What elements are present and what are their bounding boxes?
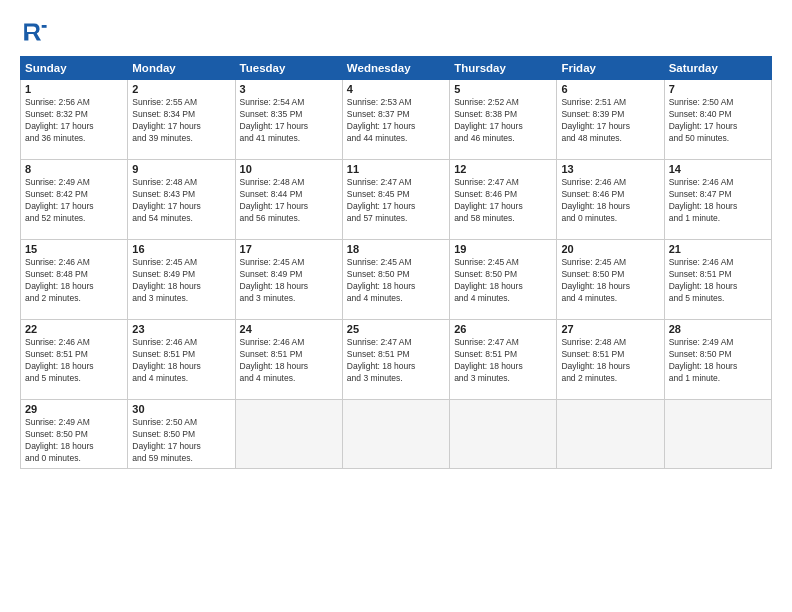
day-number: 21 bbox=[669, 243, 767, 255]
cell-line: and 58 minutes. bbox=[454, 213, 552, 225]
cell-line: Daylight: 17 hours bbox=[132, 441, 230, 453]
cell-line: Daylight: 17 hours bbox=[347, 201, 445, 213]
cell-line: Sunrise: 2:47 AM bbox=[347, 337, 445, 349]
cell-text: Sunrise: 2:46 AMSunset: 8:46 PMDaylight:… bbox=[561, 177, 659, 225]
cell-text: Sunrise: 2:55 AMSunset: 8:34 PMDaylight:… bbox=[132, 97, 230, 145]
calendar-week-4: 22Sunrise: 2:46 AMSunset: 8:51 PMDayligh… bbox=[21, 320, 772, 400]
calendar-cell: 28Sunrise: 2:49 AMSunset: 8:50 PMDayligh… bbox=[664, 320, 771, 400]
calendar-cell: 2Sunrise: 2:55 AMSunset: 8:34 PMDaylight… bbox=[128, 80, 235, 160]
calendar-cell: 21Sunrise: 2:46 AMSunset: 8:51 PMDayligh… bbox=[664, 240, 771, 320]
calendar-cell: 5Sunrise: 2:52 AMSunset: 8:38 PMDaylight… bbox=[450, 80, 557, 160]
day-number: 23 bbox=[132, 323, 230, 335]
cell-text: Sunrise: 2:47 AMSunset: 8:45 PMDaylight:… bbox=[347, 177, 445, 225]
calendar-cell bbox=[342, 400, 449, 469]
day-number: 19 bbox=[454, 243, 552, 255]
day-number: 28 bbox=[669, 323, 767, 335]
calendar-cell: 15Sunrise: 2:46 AMSunset: 8:48 PMDayligh… bbox=[21, 240, 128, 320]
cell-line: Sunset: 8:34 PM bbox=[132, 109, 230, 121]
calendar-week-2: 8Sunrise: 2:49 AMSunset: 8:42 PMDaylight… bbox=[21, 160, 772, 240]
cell-text: Sunrise: 2:51 AMSunset: 8:39 PMDaylight:… bbox=[561, 97, 659, 145]
cell-line: Daylight: 17 hours bbox=[25, 201, 123, 213]
day-number: 29 bbox=[25, 403, 123, 415]
cell-line: Sunrise: 2:47 AM bbox=[347, 177, 445, 189]
cell-line: Sunset: 8:45 PM bbox=[347, 189, 445, 201]
cell-line: and 4 minutes. bbox=[454, 293, 552, 305]
calendar-col-wednesday: Wednesday bbox=[342, 57, 449, 80]
cell-line: Sunset: 8:50 PM bbox=[669, 349, 767, 361]
calendar-table: SundayMondayTuesdayWednesdayThursdayFrid… bbox=[20, 56, 772, 469]
cell-line: Daylight: 18 hours bbox=[561, 361, 659, 373]
cell-text: Sunrise: 2:46 AMSunset: 8:51 PMDaylight:… bbox=[25, 337, 123, 385]
cell-line: Sunset: 8:49 PM bbox=[240, 269, 338, 281]
calendar-cell: 9Sunrise: 2:48 AMSunset: 8:43 PMDaylight… bbox=[128, 160, 235, 240]
cell-line: Daylight: 17 hours bbox=[347, 121, 445, 133]
cell-line: Daylight: 18 hours bbox=[561, 201, 659, 213]
cell-text: Sunrise: 2:53 AMSunset: 8:37 PMDaylight:… bbox=[347, 97, 445, 145]
cell-line: and 50 minutes. bbox=[669, 133, 767, 145]
cell-line: Daylight: 18 hours bbox=[454, 281, 552, 293]
cell-line: Daylight: 18 hours bbox=[25, 361, 123, 373]
cell-line: Sunset: 8:50 PM bbox=[132, 429, 230, 441]
calendar-cell: 18Sunrise: 2:45 AMSunset: 8:50 PMDayligh… bbox=[342, 240, 449, 320]
cell-line: Sunrise: 2:46 AM bbox=[561, 177, 659, 189]
cell-line: Daylight: 18 hours bbox=[25, 441, 123, 453]
day-number: 24 bbox=[240, 323, 338, 335]
cell-line: Sunset: 8:46 PM bbox=[454, 189, 552, 201]
cell-line: Sunrise: 2:46 AM bbox=[25, 257, 123, 269]
calendar-cell bbox=[557, 400, 664, 469]
cell-line: Sunrise: 2:51 AM bbox=[561, 97, 659, 109]
cell-text: Sunrise: 2:47 AMSunset: 8:51 PMDaylight:… bbox=[454, 337, 552, 385]
day-number: 1 bbox=[25, 83, 123, 95]
cell-line: and 3 minutes. bbox=[454, 373, 552, 385]
cell-line: Daylight: 18 hours bbox=[669, 281, 767, 293]
cell-line: Daylight: 18 hours bbox=[454, 361, 552, 373]
cell-line: Sunset: 8:50 PM bbox=[561, 269, 659, 281]
calendar-cell: 23Sunrise: 2:46 AMSunset: 8:51 PMDayligh… bbox=[128, 320, 235, 400]
calendar-cell: 20Sunrise: 2:45 AMSunset: 8:50 PMDayligh… bbox=[557, 240, 664, 320]
cell-line: Sunset: 8:35 PM bbox=[240, 109, 338, 121]
day-number: 6 bbox=[561, 83, 659, 95]
cell-line: and 52 minutes. bbox=[25, 213, 123, 225]
cell-line: Daylight: 18 hours bbox=[240, 281, 338, 293]
header bbox=[20, 18, 772, 46]
cell-text: Sunrise: 2:56 AMSunset: 8:32 PMDaylight:… bbox=[25, 97, 123, 145]
cell-line: and 2 minutes. bbox=[25, 293, 123, 305]
cell-line: Sunrise: 2:49 AM bbox=[669, 337, 767, 349]
cell-line: Sunset: 8:50 PM bbox=[454, 269, 552, 281]
cell-line: and 56 minutes. bbox=[240, 213, 338, 225]
page: SundayMondayTuesdayWednesdayThursdayFrid… bbox=[0, 0, 792, 612]
cell-line: Sunrise: 2:46 AM bbox=[669, 177, 767, 189]
cell-line: Daylight: 17 hours bbox=[240, 201, 338, 213]
calendar-col-saturday: Saturday bbox=[664, 57, 771, 80]
cell-line: Sunrise: 2:49 AM bbox=[25, 177, 123, 189]
cell-line: Daylight: 17 hours bbox=[132, 121, 230, 133]
cell-line: Sunrise: 2:50 AM bbox=[669, 97, 767, 109]
cell-line: Sunrise: 2:45 AM bbox=[561, 257, 659, 269]
cell-line: Sunset: 8:38 PM bbox=[454, 109, 552, 121]
cell-text: Sunrise: 2:46 AMSunset: 8:51 PMDaylight:… bbox=[669, 257, 767, 305]
cell-line: Sunset: 8:51 PM bbox=[132, 349, 230, 361]
day-number: 10 bbox=[240, 163, 338, 175]
logo-icon bbox=[20, 18, 48, 46]
cell-line: Sunset: 8:51 PM bbox=[347, 349, 445, 361]
day-number: 18 bbox=[347, 243, 445, 255]
cell-line: Sunrise: 2:48 AM bbox=[240, 177, 338, 189]
cell-line: and 4 minutes. bbox=[240, 373, 338, 385]
day-number: 22 bbox=[25, 323, 123, 335]
cell-line: and 3 minutes. bbox=[347, 373, 445, 385]
calendar-cell: 30Sunrise: 2:50 AMSunset: 8:50 PMDayligh… bbox=[128, 400, 235, 469]
cell-text: Sunrise: 2:48 AMSunset: 8:43 PMDaylight:… bbox=[132, 177, 230, 225]
calendar-cell: 19Sunrise: 2:45 AMSunset: 8:50 PMDayligh… bbox=[450, 240, 557, 320]
day-number: 13 bbox=[561, 163, 659, 175]
day-number: 27 bbox=[561, 323, 659, 335]
cell-line: Daylight: 18 hours bbox=[25, 281, 123, 293]
day-number: 7 bbox=[669, 83, 767, 95]
cell-text: Sunrise: 2:54 AMSunset: 8:35 PMDaylight:… bbox=[240, 97, 338, 145]
calendar-cell bbox=[664, 400, 771, 469]
cell-line: Daylight: 18 hours bbox=[669, 361, 767, 373]
calendar-cell: 13Sunrise: 2:46 AMSunset: 8:46 PMDayligh… bbox=[557, 160, 664, 240]
calendar-cell: 27Sunrise: 2:48 AMSunset: 8:51 PMDayligh… bbox=[557, 320, 664, 400]
cell-line: and 2 minutes. bbox=[561, 373, 659, 385]
calendar-cell: 7Sunrise: 2:50 AMSunset: 8:40 PMDaylight… bbox=[664, 80, 771, 160]
cell-line: Sunset: 8:51 PM bbox=[240, 349, 338, 361]
